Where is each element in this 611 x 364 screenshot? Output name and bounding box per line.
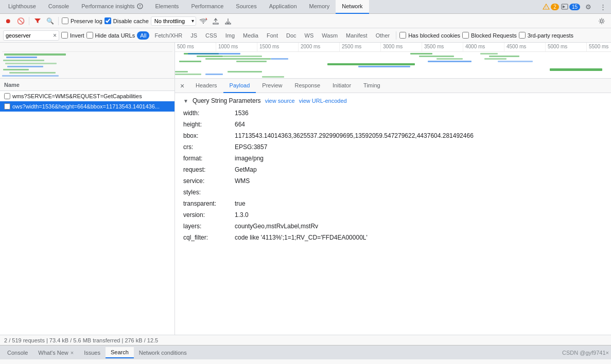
- wifi-icon-button[interactable]: [198, 16, 208, 26]
- requests-panel: Name wms?SERVICE=WMS&REQUEST=GetCapabili…: [0, 79, 175, 335]
- upload-icon: [212, 17, 219, 25]
- bottom-tab-console[interactable]: Console: [2, 348, 33, 358]
- tab-memory[interactable]: Memory: [303, 0, 336, 14]
- filter-icon-button[interactable]: [32, 16, 43, 26]
- blocked-req-label: Blocked Requests: [462, 32, 517, 39]
- tick-2000: 2000 ms: [299, 43, 340, 51]
- tab-lighthouse[interactable]: Lighthouse: [2, 0, 42, 14]
- filter-js[interactable]: JS: [187, 31, 200, 40]
- tick-3000: 3000 ms: [381, 43, 422, 51]
- tab-console[interactable]: Console: [42, 0, 75, 14]
- devtools-more-icon[interactable]: ⋮: [597, 1, 609, 13]
- timeline: 500 ms 1000 ms 1500 ms 2000 ms 2500 ms 3…: [0, 43, 611, 79]
- network-toolbar: ⏺ 🚫 🔍 Preserve log Disable cache No thro…: [0, 14, 611, 28]
- tick-500: 500 ms: [175, 43, 216, 51]
- detail-close-button[interactable]: ×: [177, 81, 187, 91]
- param-cql-filter: cql_filter: code like '4113%';1=1;RV_CD=…: [183, 233, 603, 242]
- request-item-2[interactable]: ows?width=1536&height=664&bbox=11713543.…: [0, 101, 174, 112]
- download-icon: [224, 17, 232, 25]
- throttle-wrapper: No throttling: [151, 16, 196, 26]
- filter-fetch-xhr[interactable]: Fetch/XHR: [151, 31, 185, 40]
- filter-css[interactable]: CSS: [202, 31, 220, 40]
- tab-headers[interactable]: Headers: [189, 79, 223, 93]
- timeline-left: [0, 43, 175, 78]
- filter-font[interactable]: Font: [264, 31, 281, 40]
- tick-2500: 2500 ms: [340, 43, 381, 51]
- filter-ws[interactable]: WS: [302, 31, 317, 40]
- tab-payload[interactable]: Payload: [223, 79, 256, 93]
- search-input[interactable]: [6, 32, 52, 39]
- hide-data-label: Hide data URLs: [86, 32, 135, 39]
- console-badge-area: ▶ 15: [561, 3, 580, 10]
- invert-checkbox[interactable]: [61, 32, 68, 39]
- tab-sources[interactable]: Sources: [230, 0, 263, 14]
- request-2-checkbox[interactable]: [4, 103, 10, 110]
- search-box: ×: [3, 30, 59, 41]
- tab-preview[interactable]: Preview: [256, 79, 288, 93]
- bottom-tab-network-conditions[interactable]: Network conditions: [134, 348, 192, 358]
- network-settings-icon[interactable]: [596, 15, 608, 27]
- filter-bar: × Invert Hide data URLs All Fetch/XHR JS…: [0, 28, 611, 43]
- third-party-label: 3rd-party requests: [519, 32, 573, 39]
- tick-4500: 4500 ms: [504, 43, 546, 51]
- record-button[interactable]: ⏺: [3, 16, 13, 26]
- request-1-checkbox[interactable]: [4, 93, 10, 99]
- filter-wasm[interactable]: Wasm: [319, 31, 341, 40]
- view-url-encoded-link[interactable]: view URL-encoded: [299, 98, 347, 104]
- param-service: service: WMS: [183, 176, 603, 186]
- filter-all[interactable]: All: [137, 31, 149, 40]
- whats-new-close-icon[interactable]: ×: [71, 350, 74, 356]
- collapse-triangle[interactable]: ▼: [183, 98, 188, 104]
- search-button[interactable]: 🔍: [45, 16, 55, 26]
- tab-application[interactable]: Application: [263, 0, 303, 14]
- has-blocked-checkbox[interactable]: [399, 32, 406, 39]
- bottom-tab-whats-new[interactable]: What's New ×: [33, 348, 79, 358]
- toolbar-sep-2: [58, 17, 59, 25]
- clear-button[interactable]: 🚫: [15, 16, 26, 26]
- tab-timing[interactable]: Timing: [357, 79, 387, 93]
- detail-tabs: × Headers Payload Preview Response Initi…: [175, 79, 611, 93]
- tab-elements[interactable]: Elements: [149, 0, 185, 14]
- tab-perf-insights[interactable]: Performance insights: [75, 0, 149, 14]
- filter-doc[interactable]: Doc: [283, 31, 300, 40]
- export-button[interactable]: [223, 16, 233, 26]
- filter-sep: [396, 31, 396, 40]
- third-party-checkbox[interactable]: [519, 32, 526, 39]
- disable-cache-label: Disable cache: [104, 17, 149, 24]
- tab-performance[interactable]: Performance: [185, 0, 230, 14]
- filter-img[interactable]: Img: [222, 31, 238, 40]
- toolbar-sep-1: [29, 17, 29, 25]
- tab-network[interactable]: Network: [336, 0, 369, 14]
- bottom-tab-search[interactable]: Search: [106, 347, 134, 358]
- bottom-tabs: Console What's New × Issues Search Netwo…: [0, 345, 611, 359]
- filter-media[interactable]: Media: [240, 31, 261, 40]
- tab-initiator[interactable]: Initiator: [326, 79, 357, 93]
- param-crs: crs: EPSG:3857: [183, 142, 603, 152]
- gear-icon: [598, 17, 605, 25]
- search-clear-icon[interactable]: ×: [53, 32, 57, 39]
- filter-manifest[interactable]: Manifest: [343, 31, 371, 40]
- bottom-tab-issues[interactable]: Issues: [79, 348, 106, 358]
- import-button[interactable]: [211, 16, 221, 26]
- request-item-1[interactable]: wms?SERVICE=WMS&REQUEST=GetCapabilities: [0, 91, 174, 101]
- disable-cache-checkbox[interactable]: [104, 17, 111, 24]
- param-format: format: image/png: [183, 154, 603, 163]
- timeline-ruler: 500 ms 1000 ms 1500 ms 2000 ms 2500 ms 3…: [175, 43, 611, 52]
- console-count: 15: [569, 4, 580, 10]
- filter-other[interactable]: Other: [373, 31, 393, 40]
- funnel-icon: [34, 17, 41, 25]
- timeline-bars: [175, 52, 611, 78]
- preserve-log-checkbox[interactable]: [62, 17, 68, 24]
- view-source-link[interactable]: view source: [265, 98, 295, 104]
- main-area: Name wms?SERVICE=WMS&REQUEST=GetCapabili…: [0, 79, 611, 335]
- warning-icon: !: [543, 3, 550, 10]
- hide-data-checkbox[interactable]: [86, 32, 93, 39]
- devtools-settings-icon[interactable]: ⚙: [582, 1, 595, 13]
- tab-response[interactable]: Response: [288, 79, 326, 93]
- throttle-select[interactable]: No throttling: [151, 16, 196, 26]
- section-title: ▼ Query String Parameters view source vi…: [183, 97, 603, 104]
- svg-text:▶: ▶: [563, 5, 566, 8]
- param-version: version: 1.3.0: [183, 210, 603, 220]
- blocked-req-checkbox[interactable]: [462, 32, 469, 39]
- param-height: height: 664: [183, 120, 603, 129]
